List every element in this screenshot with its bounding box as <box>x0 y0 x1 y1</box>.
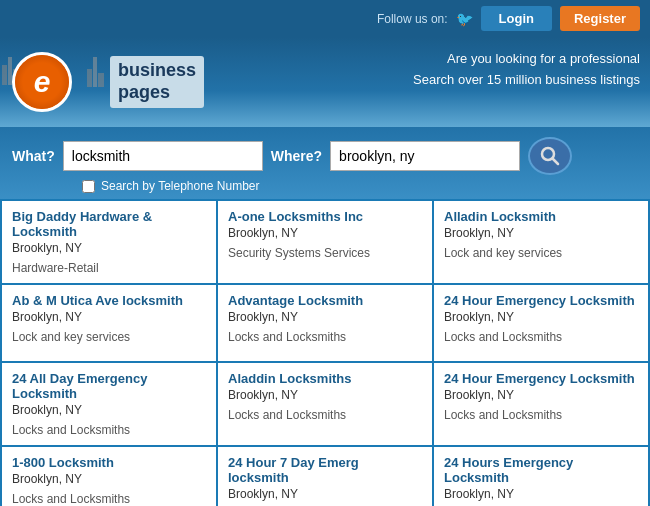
tagline: Are you looking for a professional Searc… <box>413 49 640 91</box>
result-name-11[interactable]: 24 Hours Emergency Locksmith <box>444 455 573 485</box>
result-category-1: Security Systems Services <box>228 246 422 260</box>
follow-text: Follow us on: <box>377 12 448 26</box>
result-name-2[interactable]: Alladin Locksmith <box>444 209 556 224</box>
result-card-7: Aladdin LocksmithsBrooklyn, NYLocks and … <box>218 363 434 447</box>
result-card-0: Big Daddy Hardware & LocksmithBrooklyn, … <box>2 201 218 285</box>
result-name-6[interactable]: 24 All Day Emergency Locksmith <box>12 371 147 401</box>
result-card-11: 24 Hours Emergency LocksmithBrooklyn, NY… <box>434 447 650 506</box>
result-name-5[interactable]: 24 Hour Emergency Locksmith <box>444 293 635 308</box>
result-name-8[interactable]: 24 Hour Emergency Locksmith <box>444 371 635 386</box>
result-location-7: Brooklyn, NY <box>228 388 422 402</box>
result-name-3[interactable]: Ab & M Utica Ave locksmith <box>12 293 183 308</box>
logo-letter: e <box>34 65 51 99</box>
register-button[interactable]: Register <box>560 6 640 31</box>
what-input[interactable] <box>63 141 263 171</box>
result-location-11: Brooklyn, NY <box>444 487 638 501</box>
result-location-0: Brooklyn, NY <box>12 241 206 255</box>
tagline-line2: Search over 15 million business listings <box>413 70 640 91</box>
result-name-10[interactable]: 24 Hour 7 Day Emerg locksmith <box>228 455 359 485</box>
search-button[interactable] <box>528 137 572 175</box>
result-category-7: Locks and Locksmiths <box>228 408 422 422</box>
result-category-6: Locks and Locksmiths <box>12 423 206 437</box>
results-area: Big Daddy Hardware & LocksmithBrooklyn, … <box>0 199 650 506</box>
result-location-8: Brooklyn, NY <box>444 388 638 402</box>
result-location-6: Brooklyn, NY <box>12 403 206 417</box>
logo-wrap: e business pages <box>12 47 204 117</box>
result-card-3: Ab & M Utica Ave locksmithBrooklyn, NYLo… <box>2 285 218 363</box>
result-location-3: Brooklyn, NY <box>12 310 206 324</box>
logo-area: e business pages Are you looking for a p… <box>0 37 650 127</box>
logo-circle: e <box>12 52 72 112</box>
result-name-7[interactable]: Aladdin Locksmiths <box>228 371 352 386</box>
result-card-4: Advantage LocksmithBrooklyn, NYLocks and… <box>218 285 434 363</box>
svg-line-1 <box>553 159 559 165</box>
result-card-2: Alladin LocksmithBrooklyn, NYLock and ke… <box>434 201 650 285</box>
result-category-9: Locks and Locksmiths <box>12 492 206 506</box>
result-location-9: Brooklyn, NY <box>12 472 206 486</box>
result-category-8: Locks and Locksmiths <box>444 408 638 422</box>
result-location-5: Brooklyn, NY <box>444 310 638 324</box>
what-label: What? <box>12 148 55 164</box>
where-input[interactable] <box>330 141 520 171</box>
logo-line2: pages <box>118 82 196 104</box>
search-bar: What? Where? Search by Telephone Number <box>0 127 650 199</box>
result-card-10: 24 Hour 7 Day Emerg locksmithBrooklyn, N… <box>218 447 434 506</box>
result-name-1[interactable]: A-one Locksmiths Inc <box>228 209 363 224</box>
logo-text: business pages <box>110 56 204 107</box>
magnifier-icon <box>539 145 561 167</box>
result-category-0: Hardware-Retail <box>12 261 206 275</box>
top-bar: Follow us on: 🐦 Login Register <box>0 0 650 37</box>
result-category-4: Locks and Locksmiths <box>228 330 422 344</box>
login-button[interactable]: Login <box>481 6 552 31</box>
logo-line1: business <box>118 60 196 82</box>
result-location-10: Brooklyn, NY <box>228 487 422 501</box>
result-card-8: 24 Hour Emergency LocksmithBrooklyn, NYL… <box>434 363 650 447</box>
result-category-2: Lock and key services <box>444 246 638 260</box>
result-name-4[interactable]: Advantage Locksmith <box>228 293 363 308</box>
result-name-0[interactable]: Big Daddy Hardware & Locksmith <box>12 209 152 239</box>
phone-checkbox[interactable] <box>82 180 95 193</box>
results-grid: Big Daddy Hardware & LocksmithBrooklyn, … <box>0 199 650 506</box>
phone-label: Search by Telephone Number <box>101 179 260 193</box>
result-location-1: Brooklyn, NY <box>228 226 422 240</box>
twitter-icon[interactable]: 🐦 <box>456 11 473 27</box>
result-location-2: Brooklyn, NY <box>444 226 638 240</box>
result-category-3: Lock and key services <box>12 330 206 344</box>
result-card-9: 1-800 LocksmithBrooklyn, NYLocks and Loc… <box>2 447 218 506</box>
result-location-4: Brooklyn, NY <box>228 310 422 324</box>
result-name-9[interactable]: 1-800 Locksmith <box>12 455 114 470</box>
result-card-6: 24 All Day Emergency LocksmithBrooklyn, … <box>2 363 218 447</box>
where-label: Where? <box>271 148 322 164</box>
search-row: What? Where? <box>12 137 638 175</box>
result-card-5: 24 Hour Emergency LocksmithBrooklyn, NYL… <box>434 285 650 363</box>
tagline-line1: Are you looking for a professional <box>413 49 640 70</box>
result-category-5: Locks and Locksmiths <box>444 330 638 344</box>
phone-row: Search by Telephone Number <box>12 179 638 193</box>
result-card-1: A-one Locksmiths IncBrooklyn, NYSecurity… <box>218 201 434 285</box>
